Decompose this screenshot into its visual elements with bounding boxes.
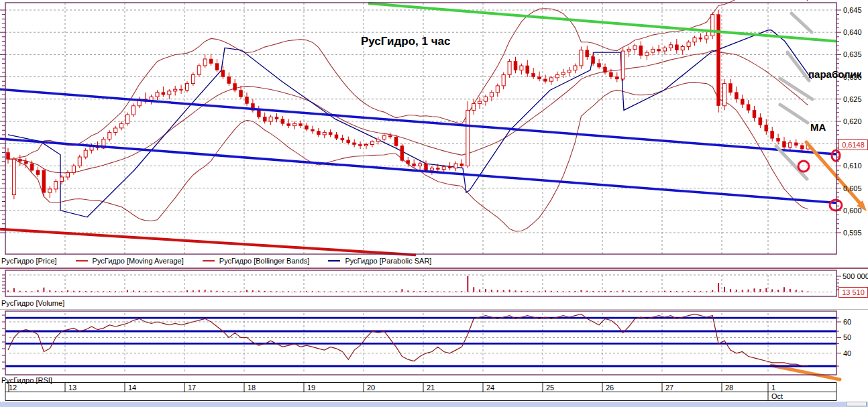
rsi-axis-label: 60 xyxy=(843,318,851,326)
rsi-axis-label: 40 xyxy=(843,349,851,357)
legend-label-parabolic-sar: РусГидро [Parabolic SAR] xyxy=(345,257,431,265)
legend-label-moving-average: РусГидро [Moving Average] xyxy=(93,257,184,265)
date-label: 26 xyxy=(606,384,614,392)
line-marker-icon xyxy=(328,260,340,261)
volume-panel-label: РусГидро [Volume] xyxy=(1,299,64,307)
line-marker-icon xyxy=(76,260,88,261)
legend-label-price: РусГидро [Price] xyxy=(1,257,57,265)
legend-item-price: РусГидро [Price] xyxy=(1,257,57,265)
legend-label-bollinger: РусГидро [Bollinger Bands] xyxy=(219,257,310,265)
screen: РусГидро, 1 час параболик MA РусГидро [P… xyxy=(0,0,868,407)
date-label: 14 xyxy=(128,384,136,392)
date-label: 1 xyxy=(771,384,775,392)
date-label: 28 xyxy=(725,384,733,392)
price-axis-label: 0,605 xyxy=(843,184,862,192)
date-label: 27 xyxy=(665,384,673,392)
legend: РусГидро [Price] РусГидро [Moving Averag… xyxy=(1,257,450,265)
chart-svg[interactable] xyxy=(0,0,868,407)
last-price-badge: 0,6148 xyxy=(838,139,868,150)
date-label: 20 xyxy=(367,384,375,392)
legend-item-bollinger: РусГидро [Bollinger Bands] xyxy=(203,257,310,265)
line-marker-icon xyxy=(203,260,215,261)
price-axis-label: 0,600 xyxy=(843,207,862,215)
rsi-axis-label: 50 xyxy=(843,333,851,341)
date-label: 17 xyxy=(188,384,196,392)
scrollbar-track[interactable] xyxy=(0,402,868,407)
legend-item-moving-average: РусГидро [Moving Average] xyxy=(76,257,184,265)
date-label: 12 xyxy=(9,384,17,392)
date-label: 19 xyxy=(307,384,315,392)
ma-annotation: MA xyxy=(810,121,826,133)
date-label: 24 xyxy=(486,384,494,392)
price-axis-label: 0,635 xyxy=(843,50,862,58)
date-label: 13 xyxy=(68,384,76,392)
volume-max-label: 500 000 xyxy=(843,272,868,280)
price-axis-label: 0,630 xyxy=(843,73,862,81)
price-axis-label: 0,620 xyxy=(843,117,862,125)
chart-title: РусГидро, 1 час xyxy=(361,35,450,48)
date-label: 21 xyxy=(427,384,435,392)
date-label: 25 xyxy=(546,384,554,392)
month-label: Oct xyxy=(771,392,783,400)
price-axis-label: 0,610 xyxy=(843,162,862,170)
date-label: 18 xyxy=(248,384,256,392)
scrollbar-grip[interactable] xyxy=(846,402,867,406)
last-volume-badge: 13 510 xyxy=(838,287,868,298)
price-axis-label: 0,645 xyxy=(843,6,862,14)
price-axis-label: 0,640 xyxy=(843,28,862,36)
price-axis-label: 0,625 xyxy=(843,95,862,103)
price-axis-label: 0,595 xyxy=(843,229,862,237)
legend-item-parabolic-sar: РусГидро [Parabolic SAR] xyxy=(328,257,431,265)
